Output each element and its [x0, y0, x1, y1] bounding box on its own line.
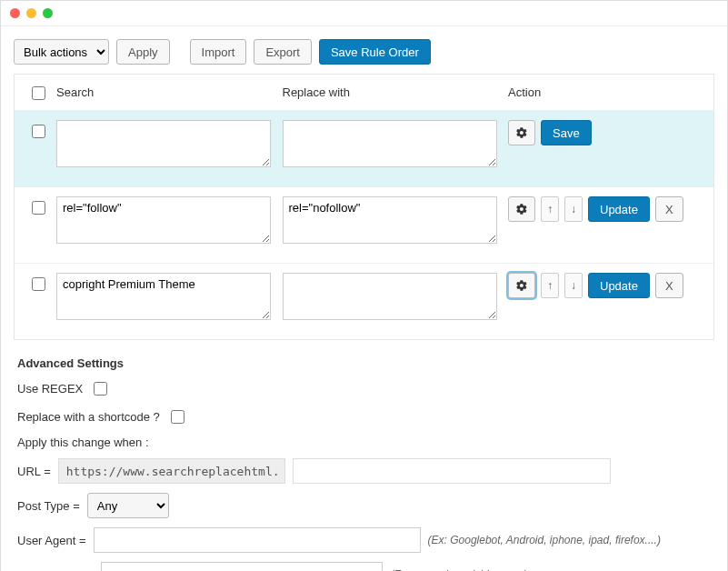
user-agent-label: User Agent =: [17, 534, 86, 547]
replace-shortcode-label: Replace with a shortcode ?: [17, 410, 160, 424]
gear-icon[interactable]: [508, 196, 535, 222]
update-button[interactable]: Update: [588, 273, 650, 298]
select-all-checkbox[interactable]: [32, 86, 45, 100]
col-replace: Replace with: [283, 85, 509, 99]
replace-shortcode-row: Replace with a shortcode ?: [17, 407, 711, 426]
user-agent-input[interactable]: [94, 527, 421, 553]
row-actions: ↑↓UpdateX: [508, 273, 708, 298]
apply-when-row: Apply this change when :: [17, 436, 711, 449]
save-rule-order-button[interactable]: Save Rule Order: [319, 39, 431, 65]
row-actions: ↑↓UpdateX: [508, 196, 708, 222]
query-string-input[interactable]: [101, 562, 383, 571]
search-input[interactable]: [56, 120, 271, 167]
replace-input[interactable]: [283, 196, 497, 244]
delete-button[interactable]: X: [655, 196, 683, 222]
col-search: Search: [56, 85, 283, 99]
maximize-icon[interactable]: [43, 8, 53, 18]
minimize-icon[interactable]: [26, 8, 36, 18]
use-regex-checkbox[interactable]: [94, 382, 107, 396]
table-row: ↑↓UpdateX: [15, 263, 713, 339]
table-row: Save: [15, 110, 713, 186]
gear-icon[interactable]: [508, 120, 535, 145]
bulk-actions-select[interactable]: Bulk actions: [14, 39, 109, 65]
move-up-button[interactable]: ↑: [541, 273, 559, 298]
apply-button[interactable]: Apply: [116, 39, 170, 65]
move-down-button[interactable]: ↓: [564, 273, 583, 298]
rules-table: Search Replace with Action Save↑↓UpdateX…: [14, 74, 714, 340]
save-button[interactable]: Save: [541, 120, 592, 145]
use-regex-row: Use REGEX: [17, 379, 711, 398]
row-actions: Save: [508, 120, 708, 145]
query-string-label: Query String =: [17, 568, 94, 572]
gear-icon[interactable]: [508, 273, 535, 298]
url-value: [58, 458, 285, 484]
titlebar: [1, 1, 727, 26]
move-up-button[interactable]: ↑: [541, 196, 559, 222]
content-area: Bulk actions Apply Import Export Save Ru…: [1, 26, 727, 571]
apply-when-label: Apply this change when :: [17, 436, 149, 449]
export-button[interactable]: Export: [254, 39, 312, 65]
replace-input[interactable]: [283, 273, 497, 320]
table-row: ↑↓UpdateX: [15, 186, 713, 263]
toolbar: Bulk actions Apply Import Export Save Ru…: [14, 39, 714, 65]
url-label: URL =: [17, 465, 51, 478]
use-regex-label: Use REGEX: [17, 382, 83, 396]
advanced-heading: Advanced Settings: [17, 356, 711, 370]
row-checkbox[interactable]: [32, 277, 45, 291]
url-extra-input[interactable]: [293, 458, 611, 484]
post-type-select[interactable]: Any: [87, 493, 169, 518]
advanced-settings: Advanced Settings Use REGEX Replace with…: [14, 340, 714, 571]
url-row: URL =: [17, 458, 711, 484]
delete-button[interactable]: X: [655, 273, 683, 298]
move-down-button[interactable]: ↓: [564, 196, 583, 222]
user-agent-hint: (Ex: Googlebot, Android, iphone, ipad, f…: [428, 534, 661, 546]
app-window: Bulk actions Apply Import Export Save Ru…: [0, 0, 728, 571]
import-button[interactable]: Import: [190, 39, 247, 65]
row-checkbox[interactable]: [32, 201, 45, 215]
post-type-label: Post Type =: [17, 499, 80, 513]
close-icon[interactable]: [10, 8, 20, 18]
col-action: Action: [508, 85, 708, 99]
search-input[interactable]: [56, 273, 271, 320]
search-input[interactable]: [56, 196, 271, 244]
update-button[interactable]: Update: [588, 196, 650, 222]
replace-input[interactable]: [283, 120, 497, 167]
table-header: Search Replace with Action: [15, 75, 713, 110]
post-type-row: Post Type = Any: [17, 493, 711, 518]
query-string-row: Query String = (Ex: var=value, glcid=xxx…: [17, 562, 711, 571]
replace-shortcode-checkbox[interactable]: [171, 410, 184, 424]
row-checkbox[interactable]: [32, 125, 45, 138]
user-agent-row: User Agent = (Ex: Googlebot, Android, ip…: [17, 527, 711, 553]
